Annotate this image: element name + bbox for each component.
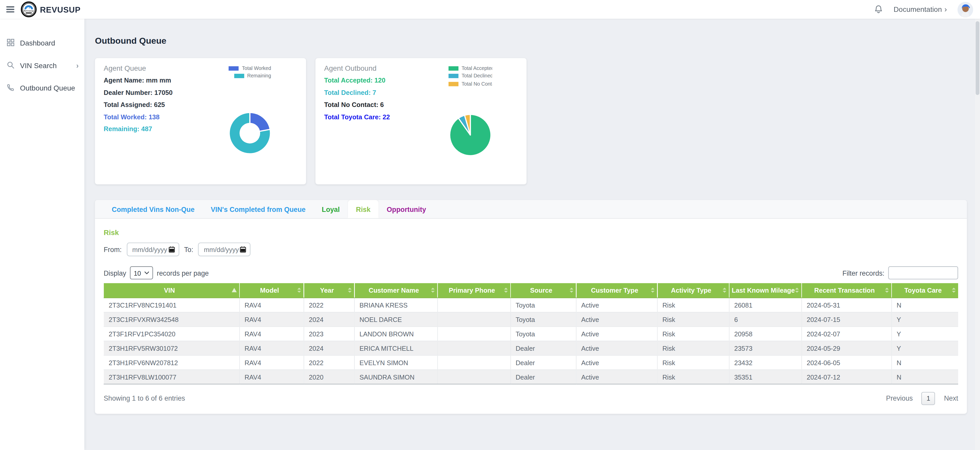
table-cell: Dealer — [510, 341, 576, 355]
table-cell: Dealer — [510, 370, 576, 384]
documentation-link[interactable]: Documentation › — [894, 5, 947, 14]
tab-risk[interactable]: Risk — [348, 200, 379, 218]
tab-completed-vins-non-que[interactable]: Completed Vins Non-Que — [104, 200, 203, 218]
column-header-last-known-mileage[interactable]: Last Known Mileage — [729, 283, 802, 297]
table-cell: 23573 — [729, 341, 802, 355]
table-cell: RAV4 — [239, 326, 304, 341]
table-cell: SAUNDRA SIMON — [354, 370, 437, 384]
stat-agent-name: Agent Name: mm mm — [104, 77, 173, 84]
column-header-activity-type[interactable]: Activity Type — [657, 283, 729, 297]
table-cell: EVELYN SIMON — [354, 355, 437, 370]
column-header-primary-phone[interactable]: Primary Phone — [438, 283, 510, 297]
notification-bell-icon[interactable] — [873, 4, 883, 14]
user-avatar[interactable] — [958, 2, 973, 17]
column-header-toyota-care[interactable]: Toyota Care — [891, 283, 958, 297]
table-cell: Toyota — [510, 297, 576, 312]
table-cell — [438, 312, 510, 326]
next-page-button[interactable]: Next — [944, 394, 958, 402]
table-row: 2T3H1RFV8LW100077RAV42020SAUNDRA SIMONDe… — [104, 370, 958, 384]
table-cell — [438, 326, 510, 341]
table-row: 2T3C1RFV8NC191401RAV42022BRIANA KRESSToy… — [104, 297, 958, 312]
page-size-select[interactable]: 10 — [130, 266, 153, 279]
column-header-vin[interactable]: VIN — [104, 283, 239, 297]
sort-both-icon — [431, 288, 434, 292]
legend-item-total-no-contact: Total No Contact — [449, 81, 492, 86]
filter-records-label: Filter records: — [843, 269, 885, 276]
column-header-customer-type[interactable]: Customer Type — [576, 283, 657, 297]
main-content: Outbound Queue Agent Queue Total WorkedR… — [84, 19, 980, 450]
stat-total-assigned: Total Assigned: 625 — [104, 101, 173, 108]
column-header-model[interactable]: Model — [239, 283, 304, 297]
stat-total-worked: Total Worked: 138 — [104, 113, 173, 120]
sort-both-icon — [651, 288, 654, 292]
column-header-customer-name[interactable]: Customer Name — [354, 283, 437, 297]
table-cell: 2024-05-31 — [802, 297, 891, 312]
table-row: 2T3C1RFVXRW342548RAV42024NOEL DARCEToyot… — [104, 312, 958, 326]
table-cell: 2T3H1RFV6NW207812 — [104, 355, 239, 370]
table-cell: Active — [576, 370, 657, 384]
table-cell: Risk — [657, 370, 729, 384]
table-cell: Toyota — [510, 326, 576, 341]
legend-label: Total Accepted — [461, 65, 492, 71]
legend-swatch — [234, 74, 244, 78]
legend-swatch — [449, 81, 458, 86]
previous-page-button[interactable]: Previous — [886, 394, 913, 402]
table-cell: 2024-06-05 — [802, 355, 891, 370]
legend-label: Total No Contact — [461, 81, 492, 87]
from-date-input[interactable]: mm/dd/yyyy — [127, 243, 179, 256]
stat-dealer-number: Dealer Number: 17050 — [104, 89, 173, 96]
summary-cards: Agent Queue Total WorkedRemaining Agent … — [95, 58, 980, 184]
calendar-icon — [240, 246, 246, 252]
tab-loyal[interactable]: Loyal — [314, 200, 348, 218]
page-number-button[interactable]: 1 — [921, 392, 935, 405]
scrollbar-thumb[interactable] — [976, 21, 980, 95]
table-cell: 2020 — [304, 370, 354, 384]
sort-both-icon — [570, 288, 573, 292]
sidebar-item-vin-search[interactable]: VIN Search› — [0, 56, 84, 75]
search-icon — [7, 60, 14, 71]
tab-opportunity[interactable]: Opportunity — [379, 200, 434, 218]
app-root: Revusup REVUSUP Documentation › — [0, 0, 980, 450]
table-cell: Active — [576, 297, 657, 312]
table-cell: 2022 — [304, 297, 354, 312]
to-date-input[interactable]: mm/dd/yyyy — [198, 243, 251, 256]
table-row: 2T3F1RFV1PC354020RAV42023LANDON BROWNToy… — [104, 326, 958, 341]
table-cell — [438, 370, 510, 384]
column-header-source[interactable]: Source — [510, 283, 576, 297]
table-row: 2T3H1RFV6NW207812RAV42022EVELYN SIMONDea… — [104, 355, 958, 370]
sidebar-item-dashboard[interactable]: Dashboard — [0, 34, 84, 53]
legend-label: Total Declined — [461, 73, 492, 79]
column-header-recent-transaction[interactable]: Recent Transaction — [802, 283, 891, 297]
queue-tabs-panel: Completed Vins Non-QueVIN's Completed fr… — [95, 200, 967, 413]
legend-swatch — [449, 74, 458, 78]
hamburger-menu-icon[interactable] — [6, 5, 15, 14]
column-header-label: Activity Type — [671, 286, 711, 294]
sidebar-item-outbound-queue[interactable]: Outbound Queue — [0, 79, 84, 97]
table-cell: 2024 — [304, 341, 354, 355]
column-header-label: Last Known Mileage — [732, 286, 795, 294]
legend-label: Total Worked — [242, 65, 271, 71]
sidebar: DashboardVIN Search›Outbound Queue — [0, 19, 84, 450]
table-header-row: VINModelYearCustomer NamePrimary PhoneSo… — [104, 283, 958, 297]
table-cell — [438, 297, 510, 312]
filter-records-input[interactable] — [888, 266, 958, 279]
table-cell: 26081 — [729, 297, 802, 312]
page-scrollbar[interactable] — [975, 19, 980, 450]
stat-total-toyota-care: Total Toyota Care: 22 — [324, 113, 390, 120]
column-header-label: Year — [320, 286, 334, 294]
tab-vin-s-completed-from-queue[interactable]: VIN's Completed from Queue — [203, 200, 314, 218]
sort-both-icon — [795, 288, 799, 292]
phone-icon — [7, 83, 14, 94]
table-cell: Risk — [657, 355, 729, 370]
risk-heading: Risk — [104, 229, 958, 236]
table-cell: 2T3C1RFV8NC191401 — [104, 297, 239, 312]
column-header-year[interactable]: Year — [304, 283, 354, 297]
sort-both-icon — [722, 288, 726, 292]
revusup-logo-icon: Revusup — [21, 1, 37, 18]
records-per-page-label: records per page — [157, 269, 208, 276]
chevron-down-icon — [145, 271, 149, 274]
table-cell: RAV4 — [239, 312, 304, 326]
agent-queue-legend: Total WorkedRemaining — [229, 65, 271, 81]
column-header-label: Customer Name — [369, 286, 419, 294]
table-cell: LANDON BROWN — [354, 326, 437, 341]
